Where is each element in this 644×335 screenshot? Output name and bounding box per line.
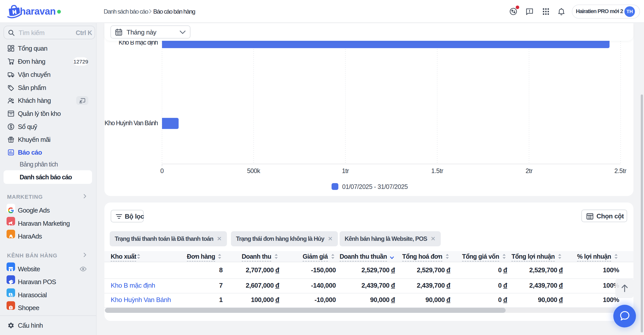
svg-text:S: S — [10, 307, 12, 309]
svg-text:Shopee: Shopee — [9, 309, 12, 310]
